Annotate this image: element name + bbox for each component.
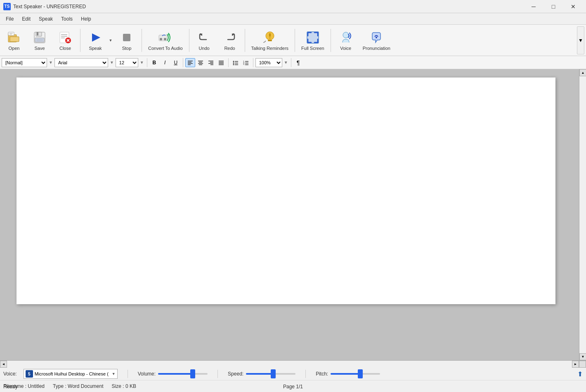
voice-label-text: Voice: [3,371,17,377]
pitch-thumb[interactable] [358,369,363,378]
fullscreen-button[interactable]: Full Screen [298,26,328,54]
open-button[interactable]: Open [2,26,26,54]
speed-slider[interactable] [246,373,295,375]
svg-point-32 [376,37,377,38]
close-button[interactable]: ✕ [564,0,583,13]
convert-audio-icon [158,30,173,45]
zoom-select[interactable]: 100% [255,58,282,67]
slider-sep-1 [128,370,128,378]
volume-thumb[interactable] [190,369,195,378]
scroll-left-button[interactable]: ◄ [0,361,7,368]
toolbar-sep-6 [331,29,331,52]
talking-reminders-button[interactable]: Talking Reminders [248,26,292,54]
undo-button[interactable]: Undo [192,26,217,54]
svg-point-53 [233,64,234,65]
talking-reminders-icon [262,30,277,45]
svg-point-21 [160,38,162,40]
menu-bar: File Edit Speak Tools Help [0,13,586,25]
pronunciation-label: Pronunciation [363,46,390,51]
svg-point-22 [164,38,166,40]
scroll-up-button[interactable]: ▲ [579,69,586,76]
toolbar-sep-4 [245,29,245,52]
svg-text:3.: 3. [243,63,245,65]
underline-button[interactable]: U [171,58,181,67]
close-doc-label: Close [59,46,71,51]
status-expand-arrow[interactable]: ⬆ [577,371,583,378]
horizontal-scrollbar[interactable]: ◄ ► [0,360,586,367]
close-doc-button[interactable]: Close [53,26,78,54]
save-icon [32,30,47,45]
toolbar-expand-button[interactable]: ▼ [577,26,584,54]
format-sep-5 [291,58,291,67]
slider-sep-2 [217,370,218,378]
menu-file[interactable]: File [2,14,18,23]
pronunciation-button[interactable]: Pronunciation [359,26,394,54]
stop-button[interactable]: Stop [114,26,139,54]
open-icon [7,30,21,45]
speak-dropdown-arrow[interactable]: ▼ [108,26,113,54]
undo-icon [197,30,212,45]
pitch-slider[interactable] [331,373,380,375]
save-label: Save [34,46,45,51]
svg-rect-2 [10,37,19,42]
voice-selector[interactable]: 5 Microsoft Huihui Desktop - Chinese ( ▼ [24,369,118,379]
italic-button[interactable]: I [160,58,170,67]
toolbar-sep-1 [80,29,80,52]
speak-icon [88,30,103,45]
style-select[interactable]: [Normal] [2,58,47,67]
redo-button[interactable]: Redo [217,26,242,54]
stop-label: Stop [122,46,132,51]
size-select[interactable]: 12 [116,58,138,67]
open-label: Open [9,46,20,51]
font-select[interactable]: Arial [54,58,108,67]
volume-group: Volume: [138,371,208,377]
talking-reminders-label: Talking Reminders [251,46,288,51]
align-left-button[interactable] [185,58,195,67]
align-right-button[interactable] [206,58,216,67]
scroll-down-button[interactable]: ▼ [579,353,586,360]
svg-rect-3 [8,32,14,35]
toolbar-sep-3 [189,29,189,52]
ordered-list-button[interactable]: 1.2.3. [241,58,251,67]
menu-help[interactable]: Help [77,14,95,23]
status-bar: Voice: 5 Microsoft Huihui Desktop - Chin… [0,367,586,392]
scroll-corner [579,361,586,368]
unordered-list-button[interactable] [231,58,241,67]
speak-button[interactable]: Speak [83,26,108,54]
format-sep-3 [228,58,229,67]
format-sep-2 [183,58,183,67]
pronunciation-icon [369,30,384,45]
toolbar-sep-5 [295,29,295,52]
menu-speak[interactable]: Speak [35,14,57,23]
paragraph-marks-button[interactable]: ¶ [293,58,303,67]
voice-icon [338,30,353,45]
voice-number: 5 [26,370,33,378]
bold-button[interactable]: B [149,58,159,67]
save-button[interactable]: Save [27,26,52,54]
maximize-button[interactable]: □ [544,0,563,13]
convert-audio-button[interactable]: Convert To Audio [144,26,187,54]
scroll-right-button[interactable]: ► [572,361,579,368]
fullscreen-label: Full Screen [301,46,324,51]
voice-dropdown-arrow: ▼ [112,372,116,376]
minimize-button[interactable]: ─ [524,0,543,13]
align-center-button[interactable] [196,58,206,67]
speed-thumb[interactable] [271,369,276,378]
slider-sep-3 [305,370,306,378]
vertical-scrollbar[interactable]: ▲ ▼ [579,69,586,360]
redo-icon [222,30,237,45]
menu-edit[interactable]: Edit [18,14,35,23]
voice-button[interactable]: Voice [333,26,358,54]
voice-label: Voice [340,46,351,51]
justify-button[interactable] [216,58,226,67]
volume-slider[interactable] [158,373,208,375]
doc-area[interactable] [0,69,579,360]
window-controls: ─ □ ✕ [524,0,583,13]
pitch-label: Pitch: [316,371,328,377]
svg-rect-27 [269,33,271,37]
status-row1: Voice: 5 Microsoft Huihui Desktop - Chin… [0,368,586,380]
document[interactable] [17,77,555,304]
app-icon: TS [3,3,11,10]
menu-tools[interactable]: Tools [57,14,77,23]
svg-marker-18 [92,33,100,42]
